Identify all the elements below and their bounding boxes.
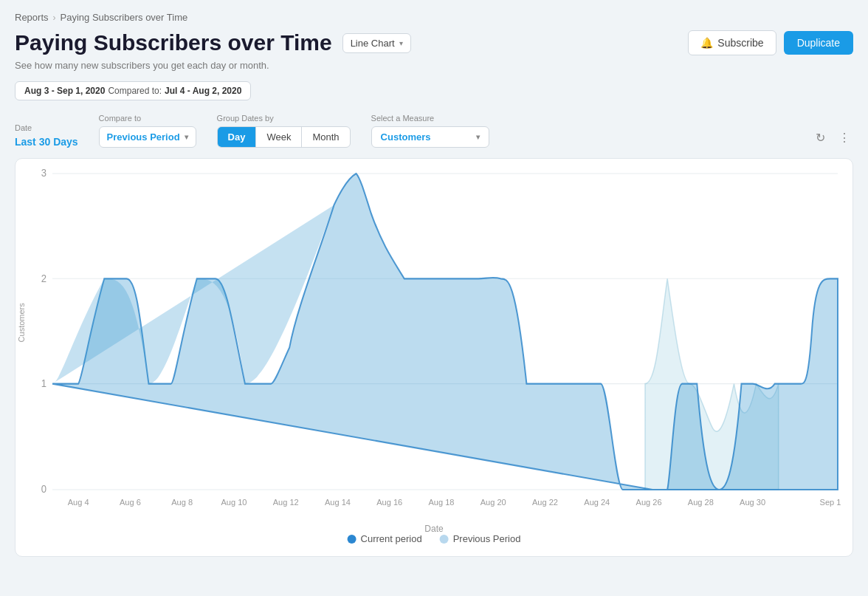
legend-current-label: Current period: [361, 533, 422, 544]
svg-text:Aug 28: Aug 28: [688, 498, 714, 507]
page-subtitle: See how many new subscribers you get eac…: [15, 60, 853, 71]
date-range-current: Aug 3 - Sep 1, 2020: [24, 86, 105, 96]
page-container: Reports › Paying Subscribers over Time P…: [0, 0, 868, 569]
date-filter-value[interactable]: Last 30 Days: [15, 136, 78, 148]
chart-type-label: Line Chart: [351, 38, 395, 49]
compare-filter-caret: ▾: [185, 133, 188, 141]
compare-filter-label: Compare to: [99, 114, 196, 123]
compare-filter-select[interactable]: Previous Period ▾: [99, 126, 196, 148]
svg-text:1: 1: [41, 378, 46, 389]
subscribe-button[interactable]: 🔔 Subscribe: [688, 30, 776, 55]
filters-right-icons: ↻ ⋮: [813, 128, 853, 148]
svg-text:Aug 16: Aug 16: [376, 498, 402, 507]
chart-svg: 3 2 1 0 Aug 4 Aug 6 Aug 8 Aug 10 Aug 12 …: [52, 174, 838, 490]
svg-text:2: 2: [41, 273, 46, 284]
measure-filter-caret: ▾: [476, 133, 480, 141]
svg-text:Aug 10: Aug 10: [221, 498, 247, 507]
chart-type-caret: ▾: [399, 39, 403, 47]
measure-filter-label: Select a Measure: [371, 114, 489, 123]
x-axis-label: Date: [424, 524, 443, 534]
page-header: Paying Subscribers over Time Line Chart …: [15, 30, 853, 55]
svg-text:Aug 18: Aug 18: [428, 498, 454, 507]
svg-text:Aug 24: Aug 24: [584, 498, 610, 507]
breadcrumb-current: Paying Subscribers over Time: [61, 12, 188, 23]
svg-text:3: 3: [41, 168, 46, 179]
subscribe-label: Subscribe: [717, 37, 763, 49]
legend-current: Current period: [348, 533, 422, 544]
legend-previous-dot: [440, 535, 449, 544]
measure-filter-group: Select a Measure Customers ▾: [371, 114, 489, 148]
header-left: Paying Subscribers over Time Line Chart …: [15, 30, 411, 55]
bell-icon: 🔔: [700, 37, 713, 49]
more-options-button[interactable]: ⋮: [836, 128, 853, 148]
date-filter-label: Date: [15, 123, 78, 132]
date-range-compared: Jul 4 - Aug 2, 2020: [165, 86, 241, 96]
svg-text:Aug 30: Aug 30: [740, 498, 765, 507]
group-toggle-group: Day Week Month: [217, 126, 351, 148]
compared-to-label: Compared to:: [108, 86, 162, 96]
svg-text:Aug 4: Aug 4: [68, 498, 89, 507]
measure-filter-value: Customers: [381, 131, 431, 143]
chart-legend: Current period Previous Period: [348, 533, 521, 544]
group-filter-group: Group Dates by Day Week Month: [217, 114, 351, 148]
group-day-button[interactable]: Day: [218, 127, 257, 147]
breadcrumb-parent[interactable]: Reports: [15, 12, 49, 23]
svg-text:0: 0: [41, 484, 46, 495]
svg-text:Aug 12: Aug 12: [273, 498, 299, 507]
chart-type-selector[interactable]: Line Chart ▾: [342, 33, 411, 53]
group-week-button[interactable]: Week: [256, 127, 302, 147]
breadcrumb: Reports › Paying Subscribers over Time: [15, 12, 853, 23]
svg-text:Sep 1: Sep 1: [820, 498, 841, 507]
group-filter-label: Group Dates by: [217, 114, 351, 123]
svg-text:Aug 6: Aug 6: [120, 498, 141, 507]
page-title: Paying Subscribers over Time: [15, 30, 332, 55]
duplicate-button[interactable]: Duplicate: [784, 31, 853, 55]
svg-text:Aug 20: Aug 20: [480, 498, 506, 507]
legend-previous-label: Previous Period: [453, 533, 521, 544]
compare-filter-value: Previous Period: [107, 131, 180, 143]
refresh-button[interactable]: ↻: [813, 128, 828, 148]
legend-current-dot: [348, 535, 356, 544]
measure-filter-select[interactable]: Customers ▾: [371, 126, 489, 148]
y-axis-label: Customers: [17, 303, 26, 342]
filters-row: Date Last 30 Days Compare to Previous Pe…: [15, 114, 853, 148]
chart-container: Customers 3 2 1 0: [15, 158, 853, 557]
date-filter-group: Date Last 30 Days: [15, 123, 78, 148]
date-range-badge[interactable]: Aug 3 - Sep 1, 2020 Compared to: Jul 4 -…: [15, 81, 251, 100]
legend-previous: Previous Period: [440, 533, 521, 544]
header-actions: 🔔 Subscribe Duplicate: [688, 30, 853, 55]
svg-text:Aug 8: Aug 8: [171, 498, 193, 507]
compare-filter-group: Compare to Previous Period ▾: [99, 114, 196, 148]
chart-svg-area: 3 2 1 0 Aug 4 Aug 6 Aug 8 Aug 10 Aug 12 …: [52, 174, 838, 490]
svg-text:Aug 22: Aug 22: [532, 498, 558, 507]
svg-text:Aug 14: Aug 14: [325, 498, 351, 507]
group-month-button[interactable]: Month: [302, 127, 349, 147]
breadcrumb-separator: ›: [53, 13, 56, 23]
svg-text:Aug 26: Aug 26: [636, 498, 662, 507]
